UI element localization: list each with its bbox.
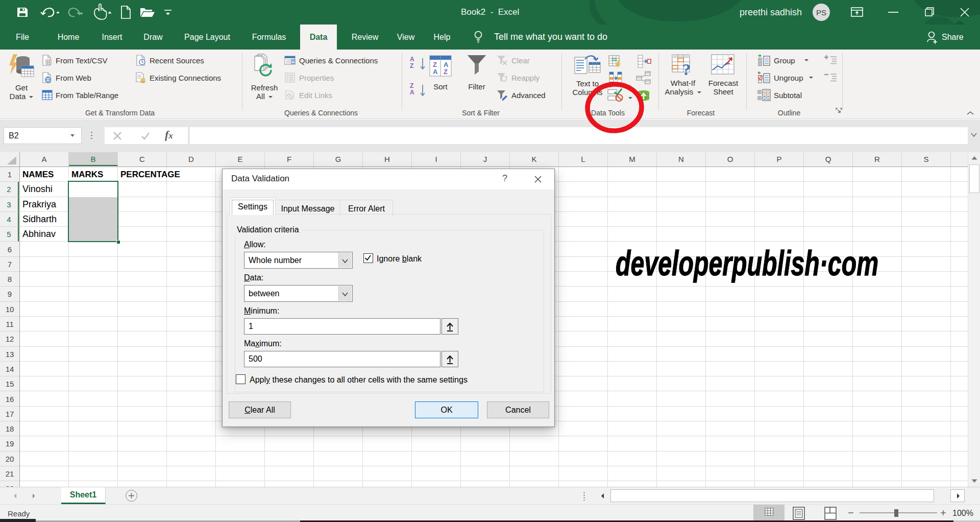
svg-text:Z: Z — [444, 68, 448, 76]
svg-text:A: A — [444, 61, 449, 68]
svg-text:Z: Z — [433, 61, 437, 68]
svg-text:A: A — [433, 68, 438, 76]
svg-text:?: ? — [682, 60, 691, 77]
